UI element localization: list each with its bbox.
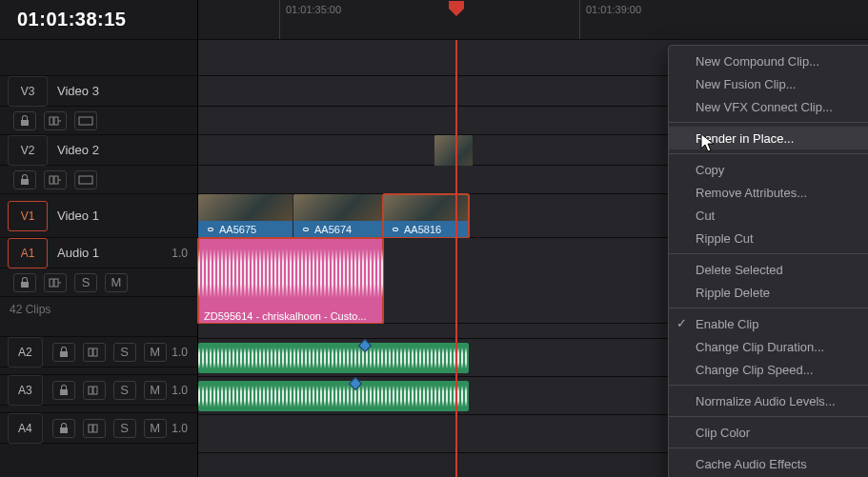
track-level-a3[interactable]: 1.0 — [167, 384, 197, 397]
waveform — [198, 381, 469, 411]
track-header-a2: A2 S M 1.0 — [0, 337, 197, 368]
menu-cut[interactable]: Cut⌘X — [669, 204, 868, 227]
lock-icon[interactable] — [13, 111, 36, 130]
audio-clip[interactable] — [198, 381, 469, 411]
track-header-a1: A1 Audio 1 1.0 — [0, 238, 197, 268]
track-id-v2[interactable]: V2 — [8, 135, 48, 166]
track-header-v2: V2 Video 2 — [0, 135, 197, 166]
clip-label: ZD595614 - chriskalhoon - Custo... — [198, 308, 383, 324]
track-name-v2[interactable]: Video 2 — [48, 143, 197, 157]
track-level-a4[interactable]: 1.0 — [167, 422, 197, 435]
auto-select-icon[interactable] — [44, 273, 67, 292]
mute-toggle[interactable]: M — [105, 273, 128, 292]
video-clip[interactable]: AA5816 — [383, 194, 469, 238]
lock-icon[interactable] — [13, 170, 36, 189]
auto-select-icon[interactable] — [83, 343, 106, 362]
track-name-v1[interactable]: Video 1 — [48, 209, 197, 223]
track-name-v3[interactable]: Video 3 — [48, 84, 197, 98]
timeline-area[interactable]: 01:01:35:00 01:01:39:00 01:01:43:00 AA58… — [198, 0, 868, 477]
audio-clip[interactable] — [198, 343, 469, 373]
solo-toggle[interactable]: S — [74, 273, 97, 292]
clip-label: AA5816 — [404, 224, 441, 235]
menu-new-fusion-clip[interactable]: New Fusion Clip... — [669, 72, 868, 95]
track-controls-v2 — [0, 166, 197, 194]
menu-separator — [669, 122, 868, 123]
svg-rect-12 — [89, 425, 92, 432]
timecode-display[interactable]: 01:01:38:15 — [0, 0, 197, 40]
menu-new-compound-clip[interactable]: New Compound Clip... — [669, 50, 868, 72]
track-header-a4: A4 S M 1.0 — [0, 413, 197, 444]
lock-icon[interactable] — [52, 343, 75, 362]
track-level-a1[interactable]: 1.0 — [163, 247, 197, 260]
clip-thumbnail — [383, 194, 469, 221]
clip-thumbnail — [293, 194, 382, 221]
menu-enable-clip[interactable]: ✓ Enable ClipD — [669, 312, 868, 335]
mute-toggle[interactable]: M — [144, 343, 167, 362]
menu-separator — [669, 308, 868, 308]
mute-toggle[interactable]: M — [144, 381, 167, 400]
svg-rect-7 — [54, 279, 58, 287]
svg-rect-9 — [93, 348, 97, 356]
menu-copy[interactable]: Copy⌘C — [669, 158, 868, 181]
track-id-v1[interactable]: V1 — [8, 201, 48, 231]
menu-cache-audio-effects[interactable]: Cache Audio Effects — [669, 452, 868, 475]
waveform — [198, 343, 469, 373]
track-header-v3: V3 Video 3 — [0, 76, 197, 107]
menu-change-clip-speed[interactable]: Change Clip Speed... — [669, 358, 868, 381]
playhead-marker[interactable] — [448, 0, 465, 17]
track-id-a3[interactable]: A3 — [8, 375, 43, 406]
auto-select-icon[interactable] — [83, 381, 106, 400]
svg-rect-10 — [89, 387, 92, 394]
lock-icon[interactable] — [52, 419, 75, 438]
menu-new-vfx-connect-clip[interactable]: New VFX Connect Clip... — [669, 95, 868, 118]
svg-rect-11 — [93, 387, 97, 394]
clip-label: AA5674 — [314, 224, 352, 235]
track-controls-v3 — [0, 107, 197, 135]
menu-ripple-delete[interactable]: Ripple Delete⌦ — [669, 281, 868, 304]
track-name-a1[interactable]: Audio 1 — [48, 246, 163, 260]
menu-delete-selected[interactable]: Delete Selected⌫ — [669, 258, 868, 281]
svg-rect-13 — [93, 425, 97, 432]
menu-normalize-audio[interactable]: Normalize Audio Levels...⇧N — [669, 389, 868, 412]
check-icon: ✓ — [676, 316, 687, 330]
mute-toggle[interactable]: M — [144, 419, 167, 438]
track-id-a2[interactable]: A2 — [8, 337, 43, 368]
track-id-v3[interactable]: V3 — [8, 76, 48, 107]
menu-remove-attributes[interactable]: Remove Attributes... — [669, 181, 868, 204]
track-controls-a1: S M — [0, 268, 197, 297]
menu-separator — [669, 153, 868, 154]
track-id-a1[interactable]: A1 — [8, 238, 48, 268]
svg-rect-3 — [50, 176, 53, 184]
svg-rect-8 — [89, 348, 92, 356]
svg-rect-1 — [54, 117, 58, 125]
track-header-a3: A3 S M 1.0 — [0, 375, 197, 406]
solo-toggle[interactable]: S — [113, 419, 136, 438]
solo-toggle[interactable]: S — [113, 381, 136, 400]
track-level-a2[interactable]: 1.0 — [167, 346, 197, 359]
clip-label: AA5675 — [219, 224, 256, 235]
svg-rect-0 — [50, 117, 53, 125]
menu-render-in-place[interactable]: Render in Place... — [669, 127, 868, 149]
track-id-a4[interactable]: A4 — [8, 413, 43, 444]
clip-count: 42 Clips — [0, 297, 197, 322]
audio-clip[interactable]: ZD595614 - chriskalhoon - Custo... — [198, 238, 383, 324]
ruler-tick: 01:01:39:00 — [579, 0, 636, 39]
thumbnail-view-icon[interactable] — [74, 111, 97, 130]
menu-ripple-cut[interactable]: Ripple Cut⇧⌘X — [669, 227, 868, 249]
time-ruler[interactable]: 01:01:35:00 01:01:39:00 01:01:43:00 — [198, 0, 868, 40]
solo-toggle[interactable]: S — [113, 343, 136, 362]
video-clip[interactable]: AA5674 — [293, 194, 382, 238]
auto-select-icon[interactable] — [83, 419, 106, 438]
track-header-panel: 01:01:38:15 V3 Video 3 V2 Video 2 — [0, 0, 198, 477]
auto-select-icon[interactable] — [44, 170, 67, 189]
link-icon — [299, 224, 311, 235]
menu-clip-color[interactable]: Clip Color› — [669, 421, 868, 444]
track-header-v1: V1 Video 1 — [0, 194, 197, 238]
lock-icon[interactable] — [13, 273, 36, 292]
auto-select-icon[interactable] — [44, 111, 67, 130]
lock-icon[interactable] — [52, 381, 75, 400]
thumbnail-view-icon[interactable] — [74, 170, 97, 189]
video-clip[interactable]: AA5675 — [198, 194, 293, 238]
menu-change-clip-duration[interactable]: Change Clip Duration... — [669, 335, 868, 358]
menu-separator — [669, 253, 868, 254]
